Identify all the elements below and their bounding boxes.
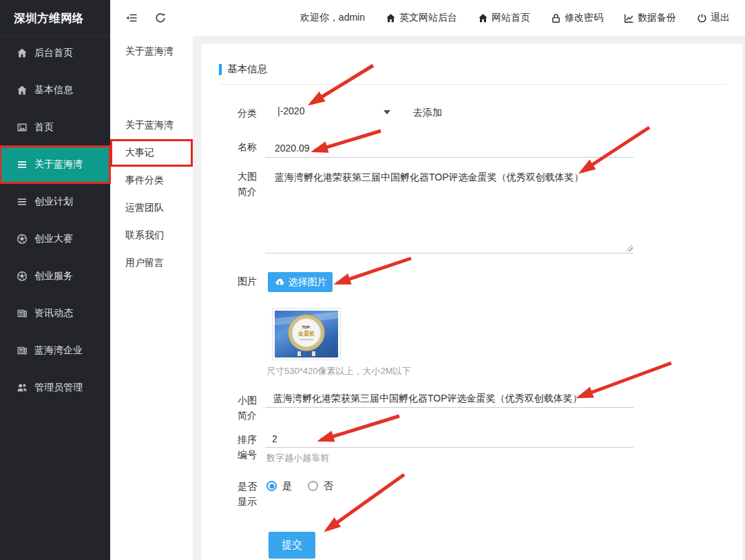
sidebar-item-8[interactable]: 资讯动态 (0, 295, 110, 332)
image-icon (17, 122, 28, 133)
big-intro-textarea-wrap (265, 167, 633, 253)
sidebar-item-label: 资讯动态 (34, 307, 73, 320)
form-card: 基本信息 分类 |-2020 去添加 名称 大图简介 图片 选择图片 TOP: … (201, 44, 742, 560)
chart-line-icon (624, 13, 634, 23)
section-accent-bar (219, 64, 222, 75)
sidebar-item-label: 蓝海湾企业 (34, 344, 83, 357)
submenu-item-label: 用户留言 (125, 257, 164, 269)
news-icon (17, 345, 28, 356)
news-icon (17, 308, 28, 319)
sidebar-nav: 后台首页基本信息首页关于蓝海湾创业计划创业大赛创业服务资讯动态蓝海湾企业管理员管… (0, 34, 110, 406)
topbar-link-label: 英文网站后台 (399, 12, 457, 24)
section-divider (219, 84, 727, 85)
sidebar-item-10[interactable]: 管理员管理 (0, 369, 110, 406)
menu-icon (17, 196, 28, 207)
sidebar-item-5[interactable]: 创业计划 (0, 183, 110, 220)
sidebar-item-label: 创业服务 (34, 270, 73, 282)
ball-icon (17, 271, 28, 282)
topbar-link-2[interactable]: 网站首页 (478, 12, 530, 24)
category-label: 分类 (238, 105, 260, 121)
submenu-item-4[interactable]: 运营团队 (110, 194, 193, 222)
users-icon (17, 382, 28, 393)
category-selected-value: |-2020 (277, 105, 304, 116)
sidebar: 深圳方维网络 后台首页基本信息首页关于蓝海湾创业计划创业大赛创业服务资讯动态蓝海… (0, 0, 110, 560)
submit-button[interactable]: 提交 (269, 532, 315, 559)
sidebar-item-3[interactable]: 首页 (0, 109, 110, 146)
visible-radio-label-1[interactable]: 是 (282, 479, 293, 492)
chevron-down-icon (384, 110, 390, 114)
sidebar-item-label: 创业大赛 (34, 233, 73, 245)
power-icon (697, 13, 707, 23)
sidebar-item-label: 创业计划 (34, 196, 73, 208)
sidebar-item-label: 基本信息 (34, 84, 73, 96)
lock-icon (551, 13, 561, 23)
submenu-item-label: 事件分类 (125, 174, 164, 187)
sidebar-item-2[interactable]: 基本信息 (0, 72, 110, 109)
visible-radio-label-2[interactable]: 否 (324, 479, 334, 492)
visible-label: 是否显示 (238, 479, 260, 509)
plate-line (300, 339, 313, 340)
choose-image-button[interactable]: 选择图片 (268, 272, 333, 292)
sidebar-item-6[interactable]: 创业大赛 (0, 220, 110, 258)
sidebar-item-7[interactable]: 创业服务 (0, 258, 110, 295)
topbar-link-3[interactable]: 修改密码 (551, 12, 603, 24)
big-intro-textarea[interactable] (265, 167, 633, 253)
topbar-link-1[interactable]: 英文网站后台 (386, 12, 457, 24)
plate-top-text: TOP: (302, 325, 311, 329)
home-icon (17, 85, 28, 96)
topbar-link-label: 网站首页 (492, 12, 530, 24)
submenu-item-label: 关于蓝海湾 (125, 119, 174, 132)
plate-stand (297, 351, 315, 356)
sidebar-item-label: 关于蓝海湾 (34, 158, 83, 171)
small-intro-label: 小图简介 (238, 393, 260, 423)
submenu-item-5[interactable]: 联系我们 (110, 222, 193, 249)
section-title: 基本信息 (227, 63, 267, 76)
menu-icon (17, 159, 28, 170)
home-icon (478, 13, 488, 23)
home-icon (17, 48, 28, 59)
submenu-panel: 关于蓝海湾 关于蓝海湾大事记事件分类运营团队联系我们用户留言 (110, 36, 193, 560)
topbar-link-label: 修改密码 (565, 12, 603, 24)
submenu-item-1[interactable]: 关于蓝海湾 (110, 112, 193, 139)
cloud-upload-icon (274, 277, 284, 287)
sidebar-item-label: 后台首页 (34, 47, 73, 59)
sidebar-item-label: 首页 (34, 121, 54, 134)
visible-radio-1[interactable] (266, 481, 277, 491)
topbar: 欢迎你，admin 英文网站后台网站首页修改密码数据备份退出 (110, 0, 745, 36)
submenu-item-6[interactable]: 用户留言 (110, 249, 193, 277)
submenu-list: 关于蓝海湾大事记事件分类运营团队联系我们用户留言 (110, 112, 193, 277)
sort-label: 排序编号 (238, 432, 260, 462)
submenu-item-label: 大事记 (125, 147, 154, 159)
plate-main-text: 金蛋奖 (298, 330, 315, 338)
name-input[interactable] (265, 138, 633, 158)
sidebar-item-4[interactable]: 关于蓝海湾 (0, 146, 110, 183)
visible-radio-group: 是否 (266, 479, 343, 492)
ball-icon (17, 234, 28, 245)
image-label: 图片 (238, 273, 260, 289)
brand-logo: 深圳方维网络 (0, 0, 110, 36)
sort-input[interactable] (265, 430, 633, 448)
category-select[interactable]: |-2020 (265, 102, 397, 123)
welcome-text: 欢迎你，admin (300, 12, 365, 24)
award-photo: TOP: 金蛋奖 (275, 311, 338, 357)
sidebar-item-label: 管理员管理 (34, 382, 83, 394)
visible-radio-2[interactable] (308, 481, 318, 491)
submenu-title: 关于蓝海湾 (110, 36, 193, 68)
collapse-menu-icon[interactable] (125, 12, 138, 24)
small-intro-input[interactable] (265, 390, 633, 408)
home-icon (386, 13, 396, 23)
sidebar-item-9[interactable]: 蓝海湾企业 (0, 332, 110, 369)
choose-image-button-label: 选择图片 (288, 276, 327, 289)
topbar-right: 欢迎你，admin 英文网站后台网站首页修改密码数据备份退出 (300, 12, 745, 24)
refresh-icon[interactable] (154, 12, 167, 24)
sort-hint: 数字越小越靠前 (266, 452, 329, 464)
submenu-item-3[interactable]: 事件分类 (110, 167, 193, 194)
name-label: 名称 (238, 139, 260, 154)
submenu-item-2[interactable]: 大事记 (110, 139, 193, 167)
topbar-link-4[interactable]: 数据备份 (624, 12, 676, 24)
image-thumbnail[interactable]: TOP: 金蛋奖 (272, 308, 341, 360)
sidebar-item-1[interactable]: 后台首页 (0, 34, 110, 72)
topbar-link-5[interactable]: 退出 (697, 12, 730, 24)
big-intro-label: 大图简介 (238, 169, 260, 199)
go-add-link[interactable]: 去添加 (413, 107, 442, 119)
